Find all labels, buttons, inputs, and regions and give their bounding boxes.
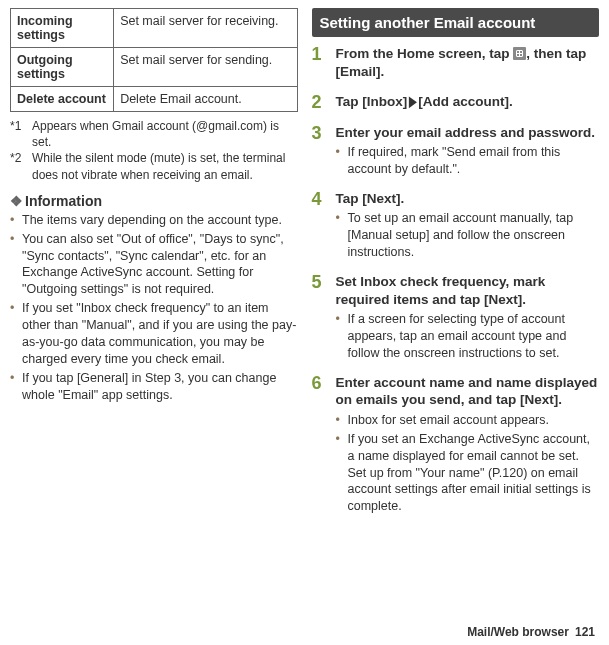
row-incoming-label: Incoming settings: [11, 9, 114, 48]
step-3-bullet-1: If required, mark "Send email from this …: [348, 144, 600, 178]
step-4-bullet-1: To set up an email account manually, tap…: [348, 210, 600, 261]
row-outgoing-desc: Set mail server for sending.: [114, 48, 297, 87]
row-delete-label: Delete account: [11, 87, 114, 112]
row-incoming-desc: Set mail server for receiving.: [114, 9, 297, 48]
diamond-icon: ❖: [10, 193, 23, 209]
row-outgoing-label: Outgoing settings: [11, 48, 114, 87]
bullet-icon: •: [336, 210, 348, 261]
step-4-num: 4: [312, 190, 336, 263]
bullet-icon: •: [10, 212, 22, 229]
triangle-icon: ▶: [409, 93, 417, 111]
step-5-num: 5: [312, 273, 336, 364]
step-2-title: Tap [Inbox]▶[Add account].: [336, 93, 600, 111]
bullet-icon: •: [336, 144, 348, 178]
row-delete-desc: Delete Email account.: [114, 87, 297, 112]
step-3-title: Enter your email address and password.: [336, 124, 600, 142]
settings-table: Incoming settingsSet mail server for rec…: [10, 8, 298, 112]
information-heading: ❖Information: [10, 193, 298, 209]
bullet-icon: •: [336, 412, 348, 429]
step-6-bullet-2: If you set an Exchange ActiveSync accoun…: [348, 431, 600, 515]
step-5-bullet-1: If a screen for selecting type of accoun…: [348, 311, 600, 362]
step-6-title: Enter account name and name displayed on…: [336, 374, 600, 409]
footer-section: Mail/Web browser: [467, 625, 569, 639]
info-bullet-1: The items vary depending on the account …: [22, 212, 282, 229]
footnote-1-num: *1: [10, 118, 32, 150]
step-1-title: From the Home screen, tap , then tap [Em…: [336, 45, 600, 80]
bullet-icon: •: [336, 311, 348, 362]
section-banner: Setting another Email account: [312, 8, 600, 37]
step-3-num: 3: [312, 124, 336, 180]
bullet-icon: •: [10, 231, 22, 299]
bullet-icon: •: [10, 300, 22, 368]
page-footer: Mail/Web browser121: [467, 625, 595, 639]
info-bullet-3: If you set "Inbox check frequency" to an…: [22, 300, 298, 368]
footnote-2-text: While the silent mode (mute) is set, the…: [32, 150, 298, 182]
step-6-num: 6: [312, 374, 336, 517]
footnotes: *1Appears when Gmail account (@gmail.com…: [10, 118, 298, 183]
footnote-2-num: *2: [10, 150, 32, 182]
bullet-icon: •: [10, 370, 22, 404]
apps-icon: [513, 47, 526, 60]
info-bullet-2: You can also set "Out of office", "Days …: [22, 231, 298, 299]
bullet-icon: •: [336, 431, 348, 515]
step-1-num: 1: [312, 45, 336, 83]
info-bullet-4: If you tap [General] in Step 3, you can …: [22, 370, 298, 404]
step-6-bullet-1: Inbox for set email account appears.: [348, 412, 550, 429]
step-2-num: 2: [312, 93, 336, 114]
step-4-title: Tap [Next].: [336, 190, 600, 208]
step-5-title: Set Inbox check frequency, mark required…: [336, 273, 600, 308]
page-number: 121: [575, 625, 595, 639]
footnote-1-text: Appears when Gmail account (@gmail.com) …: [32, 118, 298, 150]
